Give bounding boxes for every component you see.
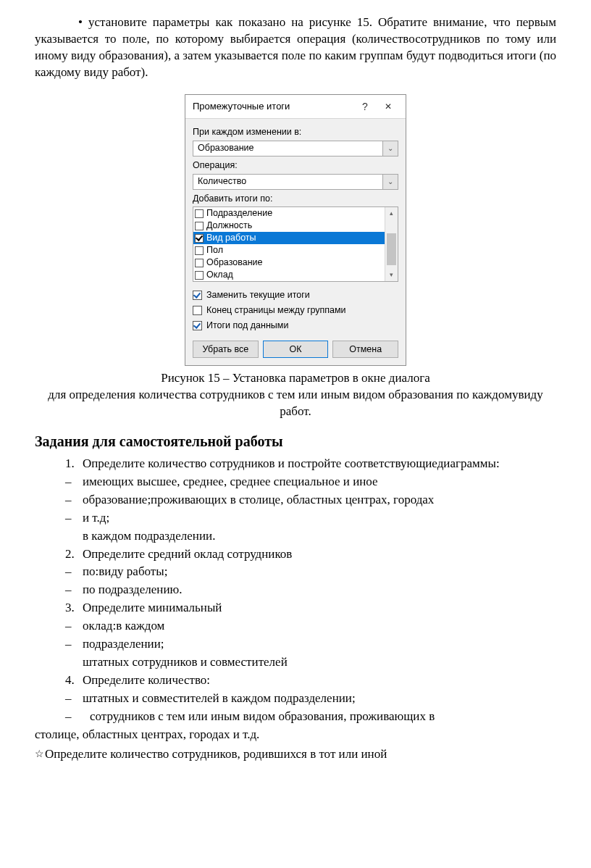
figure-caption: Рисунок 15 – Установка параметров в окне… bbox=[35, 370, 556, 420]
opt-replace[interactable]: Заменить текущие итоги bbox=[193, 289, 398, 301]
list-item[interactable]: Оклад bbox=[193, 269, 385, 281]
select-change-field[interactable]: Образование ⌄ bbox=[193, 141, 398, 157]
list-item[interactable]: Пол bbox=[193, 244, 385, 256]
scroll-thumb[interactable] bbox=[387, 233, 396, 265]
scroll-down-icon[interactable]: ▾ bbox=[385, 269, 398, 281]
close-icon[interactable]: ✕ bbox=[377, 99, 400, 114]
subtotals-dialog: Промежуточные итоги ? ✕ При каждом измен… bbox=[185, 94, 406, 366]
checkbox-icon[interactable] bbox=[195, 222, 204, 230]
tasks-heading: Задания для самостоятельной работы bbox=[35, 432, 556, 451]
label-operation: Операция: bbox=[193, 159, 398, 172]
checkbox-icon[interactable] bbox=[195, 209, 204, 218]
scroll-up-icon[interactable]: ▴ bbox=[385, 207, 398, 220]
list-item[interactable]: Образование bbox=[193, 256, 385, 269]
chevron-down-icon[interactable]: ⌄ bbox=[382, 141, 398, 156]
chevron-down-icon[interactable]: ⌄ bbox=[382, 175, 398, 189]
task-4-cont: столице, областных центрах, городах и т.… bbox=[35, 727, 556, 743]
help-icon[interactable]: ? bbox=[356, 99, 374, 114]
checkbox-icon[interactable] bbox=[193, 306, 202, 315]
checkbox-icon[interactable] bbox=[195, 271, 204, 280]
remove-all-button[interactable]: Убрать все bbox=[193, 341, 259, 358]
ok-button[interactable]: ОК bbox=[263, 341, 329, 358]
checkbox-icon[interactable] bbox=[193, 291, 202, 300]
dialog-figure: Промежуточные итоги ? ✕ При каждом измен… bbox=[35, 94, 556, 366]
list-item[interactable]: Должность bbox=[193, 220, 385, 232]
opt-page-break[interactable]: Конец страницы между группами bbox=[193, 304, 398, 317]
checkbox-icon[interactable] bbox=[195, 246, 204, 255]
dialog-title: Промежуточные итоги bbox=[193, 100, 353, 113]
add-totals-listbox[interactable]: Подразделение Должность Вид работы Пол bbox=[193, 206, 398, 282]
select-change-value: Образование bbox=[193, 142, 382, 154]
checkbox-icon[interactable] bbox=[195, 234, 204, 243]
select-operation[interactable]: Количество ⌄ bbox=[193, 174, 398, 190]
list-item[interactable]: Подразделение bbox=[193, 207, 385, 220]
checkbox-icon[interactable] bbox=[193, 321, 202, 330]
label-at-each-change: При каждом изменении в: bbox=[193, 126, 398, 138]
intro-paragraph: установите параметры как показано на рис… bbox=[35, 14, 556, 81]
tasks-list: 1.Определите количество сотрудников и по… bbox=[35, 456, 556, 725]
scrollbar[interactable]: ▴ ▾ bbox=[385, 207, 398, 281]
opt-below-data[interactable]: Итоги под данными bbox=[193, 320, 398, 332]
label-add-totals-by: Добавить итоги по: bbox=[193, 193, 398, 205]
checkbox-icon[interactable] bbox=[195, 259, 204, 267]
cancel-button[interactable]: Отмена bbox=[332, 341, 398, 358]
list-item[interactable]: Вид работы bbox=[193, 232, 385, 244]
final-line: ☆Определите количество сотрудников, роди… bbox=[35, 746, 556, 763]
select-operation-value: Количество bbox=[193, 175, 382, 188]
dialog-titlebar: Промежуточные итоги ? ✕ bbox=[185, 95, 406, 119]
star-icon: ☆ bbox=[35, 748, 45, 761]
